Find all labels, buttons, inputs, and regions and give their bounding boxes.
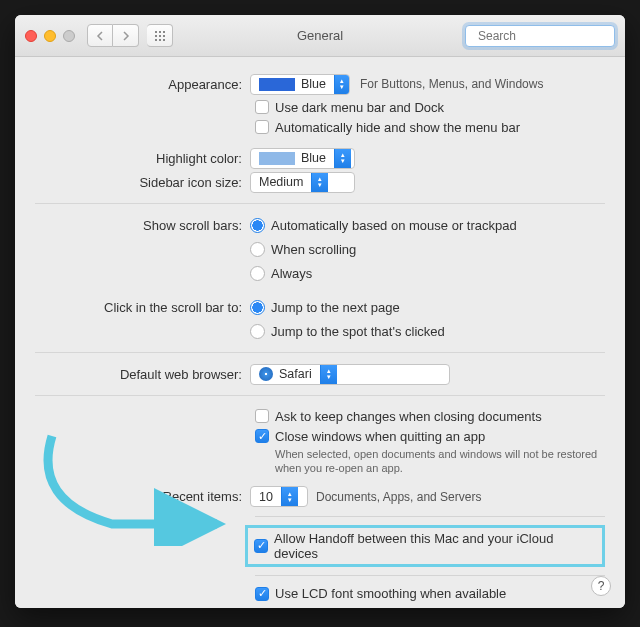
scroll-when-radio[interactable] (250, 242, 265, 257)
auto-hide-menu-label: Automatically hide and show the menu bar (275, 120, 520, 135)
click-scroll-option-0: Jump to the next page (271, 300, 400, 315)
handoff-checkbox[interactable] (254, 539, 268, 553)
grid-icon (154, 30, 166, 42)
recent-items-suffix: Documents, Apps, and Servers (316, 490, 481, 504)
search-field[interactable] (465, 25, 615, 47)
forward-button[interactable] (113, 24, 139, 47)
lcd-smoothing-label: Use LCD font smoothing when available (275, 586, 506, 601)
appearance-label: Appearance: (35, 77, 250, 92)
handoff-label: Allow Handoff between this Mac and your … (274, 531, 596, 561)
svg-rect-6 (155, 39, 157, 41)
auto-hide-menu-checkbox[interactable] (255, 120, 269, 134)
highlight-select[interactable]: Blue (250, 148, 355, 169)
color-swatch-icon (259, 152, 295, 165)
default-browser-label: Default web browser: (35, 367, 250, 382)
recent-items-label: Recent items: (35, 489, 250, 504)
help-label: ? (598, 579, 605, 593)
svg-rect-4 (159, 35, 161, 37)
separator (255, 516, 605, 517)
safari-icon (259, 367, 273, 381)
svg-rect-7 (159, 39, 161, 41)
scroll-option-1: When scrolling (271, 242, 356, 257)
sidebar-size-select[interactable]: Medium (250, 172, 355, 193)
lcd-smoothing-checkbox[interactable] (255, 587, 269, 601)
ask-keep-label: Ask to keep changes when closing documen… (275, 409, 542, 424)
svg-rect-2 (163, 31, 165, 33)
appearance-hint: For Buttons, Menus, and Windows (360, 77, 543, 91)
chevron-left-icon (96, 31, 104, 41)
close-windows-note: When selected, open documents and window… (275, 447, 605, 476)
back-button[interactable] (87, 24, 113, 47)
minimize-icon[interactable] (44, 30, 56, 42)
stepper-arrows-icon (281, 487, 298, 506)
nav-back-forward (87, 24, 139, 47)
help-button[interactable]: ? (591, 576, 611, 596)
appearance-value: Blue (301, 77, 326, 91)
separator (255, 575, 605, 576)
traffic-lights (25, 30, 75, 42)
sidebar-size-value: Medium (259, 175, 303, 189)
click-scroll-label: Click in the scroll bar to: (35, 300, 250, 315)
highlight-label: Highlight color: (35, 151, 250, 166)
show-all-button[interactable] (147, 24, 173, 47)
svg-rect-8 (163, 39, 165, 41)
scroll-auto-radio[interactable] (250, 218, 265, 233)
search-input[interactable] (476, 28, 625, 44)
stepper-arrows-icon (334, 75, 349, 94)
scroll-option-2: Always (271, 266, 312, 281)
dark-menu-label: Use dark menu bar and Dock (275, 100, 444, 115)
scroll-bars-label: Show scroll bars: (35, 218, 250, 233)
preferences-window: General Appearance: Blue For Buttons, Me… (15, 15, 625, 608)
close-windows-label: Close windows when quitting an app (275, 429, 485, 444)
titlebar: General (15, 15, 625, 57)
stepper-arrows-icon (311, 173, 328, 192)
svg-rect-5 (163, 35, 165, 37)
separator (35, 203, 605, 204)
color-swatch-icon (259, 78, 295, 91)
dark-menu-checkbox[interactable] (255, 100, 269, 114)
recent-items-select[interactable]: 10 (250, 486, 308, 507)
zoom-icon (63, 30, 75, 42)
sidebar-size-label: Sidebar icon size: (35, 175, 250, 190)
click-scroll-spot-radio[interactable] (250, 324, 265, 339)
default-browser-value: Safari (279, 367, 312, 381)
stepper-arrows-icon (334, 149, 351, 168)
close-icon[interactable] (25, 30, 37, 42)
highlight-value: Blue (301, 151, 326, 165)
handoff-highlight: Allow Handoff between this Mac and your … (245, 525, 605, 567)
click-scroll-option-1: Jump to the spot that's clicked (271, 324, 445, 339)
scroll-option-0: Automatically based on mouse or trackpad (271, 218, 517, 233)
scroll-always-radio[interactable] (250, 266, 265, 281)
recent-items-value: 10 (259, 490, 273, 504)
svg-rect-3 (155, 35, 157, 37)
ask-keep-checkbox[interactable] (255, 409, 269, 423)
svg-rect-1 (159, 31, 161, 33)
close-windows-checkbox[interactable] (255, 429, 269, 443)
separator (35, 395, 605, 396)
stepper-arrows-icon (320, 365, 337, 384)
separator (35, 352, 605, 353)
appearance-select[interactable]: Blue (250, 74, 350, 95)
svg-rect-0 (155, 31, 157, 33)
default-browser-select[interactable]: Safari (250, 364, 450, 385)
click-scroll-page-radio[interactable] (250, 300, 265, 315)
chevron-right-icon (122, 31, 130, 41)
content-area: Appearance: Blue For Buttons, Menus, and… (15, 57, 625, 608)
